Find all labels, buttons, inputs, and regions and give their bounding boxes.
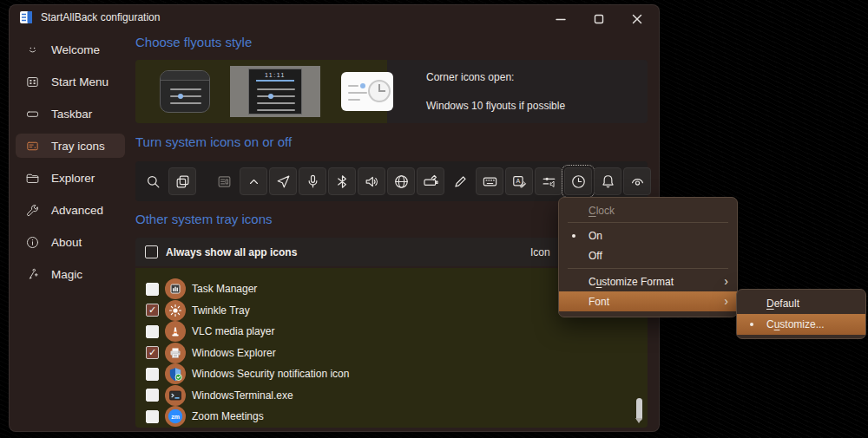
window-title: StartAllBack configuration — [41, 11, 160, 23]
sidebar-item-start-menu[interactable]: Start Menu — [16, 69, 125, 94]
system-icons-strip: A — [135, 161, 648, 201]
menu-separator — [568, 268, 728, 269]
list-item-vlc[interactable]: VLC media player — [146, 321, 648, 343]
item-checkbox[interactable] — [146, 325, 159, 338]
volume-mixer-toggle[interactable] — [535, 167, 562, 195]
flyouts-heading: Choose flyouts style — [135, 35, 660, 50]
tray-icon — [25, 139, 40, 154]
ime-language-icon: A — [511, 173, 528, 190]
item-checkbox[interactable] — [146, 304, 159, 317]
sidebar-item-label: About — [51, 236, 82, 249]
windows-explorer-icon — [165, 343, 186, 363]
item-checkbox[interactable] — [146, 389, 159, 402]
news-toggle[interactable] — [210, 167, 238, 195]
task-view-icon — [174, 173, 191, 190]
eye-icon — [629, 173, 646, 190]
flyout-style-win11[interactable] — [160, 70, 210, 113]
item-label: Twinkle Tray — [192, 304, 250, 317]
sidebar-item-magic[interactable]: Magic — [16, 262, 125, 286]
sidebar: Welcome Start Menu Taskbar Tray icons Ex… — [10, 31, 129, 428]
battery-toggle[interactable] — [417, 167, 444, 195]
menu-item-label: On — [589, 230, 602, 242]
bluetooth-toggle[interactable] — [328, 167, 356, 195]
menu-item-on[interactable]: On — [559, 226, 737, 245]
sidebar-item-explorer[interactable]: Explorer — [16, 166, 125, 190]
hidden-icons-toggle[interactable] — [623, 167, 651, 195]
flyout-clock-preview: 11:11 — [249, 72, 301, 78]
pen-icon — [452, 173, 469, 190]
list-item-windows-explorer[interactable]: Windows Explorer — [146, 343, 648, 364]
sidebar-item-taskbar[interactable]: Taskbar — [16, 101, 125, 126]
submenu-item-default[interactable]: Default — [737, 293, 865, 314]
item-checkbox[interactable] — [146, 368, 159, 381]
sidebar-item-label: Taskbar — [51, 108, 92, 121]
sidebar-item-tray-icons[interactable]: Tray icons — [16, 134, 125, 158]
wrench-icon — [25, 203, 40, 218]
menu-item-label: Default — [766, 297, 799, 310]
task-view-toggle[interactable] — [168, 167, 196, 195]
flyout-style-options: 11:11 — [135, 60, 387, 123]
magic-icon — [25, 267, 40, 282]
list-item-windows-terminal[interactable]: WindowsTerminal.exe — [146, 385, 648, 407]
corner-icons-info: Corner icons open: Windows 10 flyouts if… — [387, 60, 565, 123]
item-label: Windows Security notification icon — [192, 368, 349, 380]
menu-item-label: Customize Format — [589, 276, 674, 288]
corner-icons-value: Windows 10 flyouts if possible — [426, 100, 565, 112]
item-label: Windows Explorer — [192, 347, 276, 359]
volume-toggle[interactable] — [358, 167, 385, 195]
chevron-up-icon — [246, 173, 262, 190]
sidebar-item-welcome[interactable]: Welcome — [16, 37, 125, 62]
bell-icon — [600, 173, 616, 190]
icon-column-label: Icon — [530, 246, 550, 258]
corner-icons-label: Corner icons open: — [426, 71, 565, 83]
bluetooth-icon — [334, 173, 351, 190]
location-toggle[interactable] — [269, 167, 297, 195]
flyout-style-win10-light[interactable] — [341, 72, 393, 111]
touch-keyboard-toggle[interactable] — [476, 167, 503, 195]
submenu-arrow-icon — [724, 294, 728, 308]
chevron-toggle[interactable] — [240, 167, 267, 195]
sidebar-item-advanced[interactable]: Advanced — [16, 198, 125, 222]
windows-security-icon — [165, 363, 186, 384]
search-toggle[interactable] — [139, 167, 167, 195]
item-checkbox[interactable] — [146, 410, 159, 423]
list-item-windows-security[interactable]: Windows Security notification icon — [146, 363, 648, 385]
menu-item-label: Off — [589, 250, 602, 262]
sidebar-item-about[interactable]: About — [16, 230, 125, 254]
menu-separator — [568, 222, 728, 223]
item-label: Task Manager — [192, 283, 257, 295]
svg-text:A: A — [516, 178, 520, 185]
scrollbar-down-arrow-icon[interactable] — [635, 418, 642, 423]
submenu-item-customize[interactable]: Customize... — [737, 314, 865, 335]
sidebar-item-label: Start Menu — [51, 75, 108, 88]
always-show-checkbox[interactable] — [145, 245, 158, 258]
network-toggle[interactable] — [387, 167, 415, 195]
keyboard-icon — [482, 173, 498, 190]
item-checkbox[interactable] — [146, 283, 159, 296]
flyouts-panel: 11:11 — [135, 60, 648, 123]
pen-toggle[interactable] — [446, 167, 474, 195]
windows-terminal-icon — [165, 385, 186, 406]
always-show-label: Always show all app icons — [166, 246, 297, 258]
battery-icon — [423, 173, 439, 190]
font-submenu: Default Customize... — [736, 289, 866, 339]
ime-toggle[interactable]: A — [505, 167, 533, 195]
notifications-toggle[interactable] — [594, 167, 621, 195]
menu-item-customize-format[interactable]: Customize Format — [559, 271, 737, 291]
microphone-icon — [305, 173, 321, 190]
info-icon — [25, 235, 40, 250]
task-manager-icon — [165, 278, 186, 299]
microphone-toggle[interactable] — [299, 167, 326, 195]
item-checkbox[interactable] — [146, 346, 159, 359]
twinkle-tray-icon — [165, 300, 186, 321]
sidebar-item-label: Advanced — [51, 204, 103, 217]
clock-toggle[interactable] — [564, 167, 592, 195]
taskbar-icon — [25, 107, 40, 121]
mixer-icon — [541, 173, 557, 190]
flyout-style-win10-dark[interactable]: 11:11 — [248, 69, 302, 114]
list-item-zoom[interactable]: zm Zoom Meetings — [146, 406, 648, 428]
svg-text:zm: zm — [171, 414, 180, 420]
menu-item-font[interactable]: Font — [559, 291, 737, 311]
sidebar-item-label: Welcome — [51, 43, 100, 56]
menu-item-off[interactable]: Off — [559, 245, 737, 265]
